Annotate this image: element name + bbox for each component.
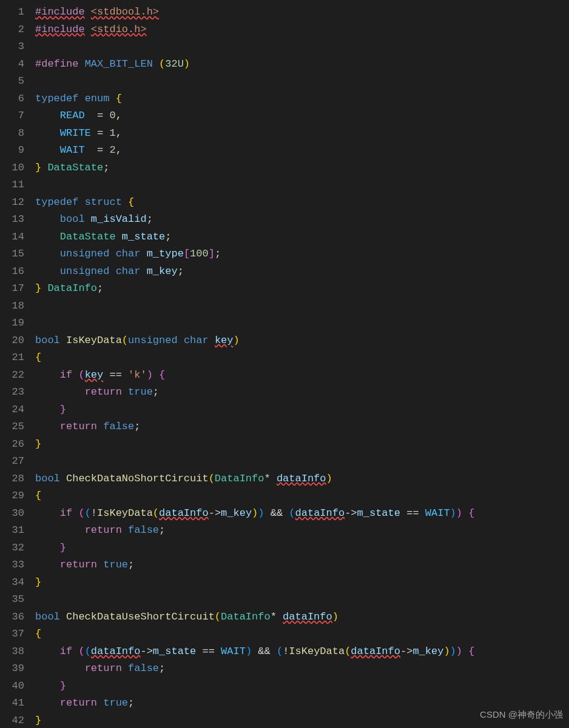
code-token: ! [283, 646, 289, 657]
code-line[interactable]: return false; [35, 522, 569, 539]
code-line[interactable]: unsigned char m_key; [35, 263, 569, 281]
code-area[interactable]: #include <stdbool.h>#include <stdio.h> #… [35, 4, 569, 728]
code-token: , [116, 110, 122, 121]
code-editor[interactable]: 1234567891011121314151617181920212223242… [0, 0, 569, 728]
code-token: ) [246, 646, 252, 657]
code-line[interactable]: { [35, 487, 569, 505]
code-token [72, 507, 78, 519]
code-token: char [116, 248, 141, 259]
code-line[interactable]: return false; [35, 418, 569, 436]
code-token: ; [97, 282, 103, 294]
code-token: MAX_BIT_LEN [85, 58, 153, 70]
code-token: dataInfo [283, 611, 332, 623]
line-number: 1 [0, 4, 24, 21]
code-line[interactable] [35, 298, 569, 315]
code-token: -> [400, 646, 412, 657]
line-number: 10 [0, 159, 24, 177]
code-line[interactable]: { [35, 626, 569, 643]
line-number: 27 [0, 453, 24, 470]
code-token: 32U [165, 58, 184, 70]
code-token: IsKeyData [66, 335, 122, 346]
code-token: ; [147, 213, 153, 225]
code-token: #define [35, 58, 78, 70]
code-line[interactable]: WRITE = 1, [35, 125, 569, 142]
code-token: DataInfo [47, 282, 97, 294]
code-token: -> [140, 646, 152, 657]
code-line[interactable]: bool IsKeyData(unsigned char key) [35, 332, 569, 350]
code-line[interactable]: #include <stdio.h> [35, 21, 569, 39]
code-line[interactable]: unsigned char m_type[100]; [35, 245, 569, 263]
code-line[interactable]: return false; [35, 660, 569, 678]
code-token: <stdbool.h> [91, 6, 159, 18]
code-line[interactable]: if (key == 'k') { [35, 367, 569, 384]
code-line[interactable]: if ((dataInfo->m_state == WAIT) && (!IsK… [35, 643, 569, 661]
code-line[interactable]: typedef struct { [35, 194, 569, 212]
code-token: } [35, 282, 41, 294]
code-token [72, 369, 78, 381]
code-token: { [35, 352, 41, 363]
code-line[interactable]: } DataInfo; [35, 280, 569, 298]
code-token: enum [85, 93, 110, 104]
code-line[interactable]: READ = 0, [35, 107, 569, 125]
code-token: DataState [60, 231, 116, 242]
code-token [35, 248, 60, 259]
code-token: == [400, 507, 425, 519]
code-token: ) [326, 473, 332, 484]
code-token: bool [35, 473, 60, 484]
code-line[interactable]: if ((!IsKeyData(dataInfo->m_key)) && (da… [35, 505, 569, 523]
code-line[interactable] [35, 591, 569, 609]
code-token [153, 369, 159, 381]
line-number: 42 [0, 712, 24, 729]
line-number: 5 [0, 73, 24, 90]
code-line[interactable] [35, 453, 569, 470]
code-token: 'k' [128, 369, 147, 381]
code-token: char [184, 335, 209, 346]
code-token [78, 58, 84, 70]
code-token: = [85, 110, 110, 121]
code-token: ) [184, 58, 190, 70]
code-token [209, 335, 215, 346]
code-token: ( [209, 473, 215, 484]
code-token: ; [134, 421, 140, 432]
code-line[interactable]: WAIT = 2, [35, 142, 569, 159]
code-line[interactable]: } [35, 401, 569, 419]
code-token: ( [277, 646, 283, 657]
code-token: CheckDataNoShortCircuit [66, 473, 209, 484]
code-token: m_type [147, 248, 184, 259]
code-token: ) [234, 335, 240, 346]
code-line[interactable]: } [35, 678, 569, 695]
code-token [35, 559, 60, 570]
code-token: DataInfo [221, 611, 271, 623]
code-line[interactable]: bool m_isValid; [35, 211, 569, 229]
code-token [41, 162, 47, 173]
code-token: * [271, 611, 277, 623]
code-token [60, 611, 66, 623]
code-line[interactable] [35, 176, 569, 194]
code-line[interactable]: } [35, 574, 569, 592]
code-line[interactable]: return true; [35, 556, 569, 574]
code-line[interactable]: #define MAX_BIT_LEN (32U) [35, 56, 569, 73]
code-token: && [264, 507, 289, 519]
code-token: false [128, 663, 159, 674]
code-line[interactable]: typedef enum { [35, 90, 569, 108]
code-token: true [103, 559, 128, 570]
code-line[interactable]: return true; [35, 384, 569, 401]
code-token: ( [289, 507, 295, 519]
code-token [35, 231, 60, 242]
code-line[interactable]: } [35, 539, 569, 557]
line-number: 34 [0, 574, 24, 592]
code-token: ( [85, 507, 91, 519]
code-line[interactable]: bool CheckDataNoShortCircuit(DataInfo* d… [35, 470, 569, 488]
code-line[interactable]: #include <stdbool.h> [35, 4, 569, 21]
code-line[interactable] [35, 73, 569, 90]
code-token [462, 646, 468, 657]
code-line[interactable]: bool CheckDataUseShortCircuit(DataInfo* … [35, 609, 569, 626]
code-line[interactable] [35, 38, 569, 56]
code-line[interactable]: } DataState; [35, 159, 569, 177]
code-line[interactable] [35, 315, 569, 332]
code-line[interactable]: { [35, 349, 569, 367]
code-token: READ [60, 110, 85, 121]
code-line[interactable]: } [35, 436, 569, 453]
code-token: ( [153, 507, 159, 519]
code-line[interactable]: DataState m_state; [35, 229, 569, 246]
